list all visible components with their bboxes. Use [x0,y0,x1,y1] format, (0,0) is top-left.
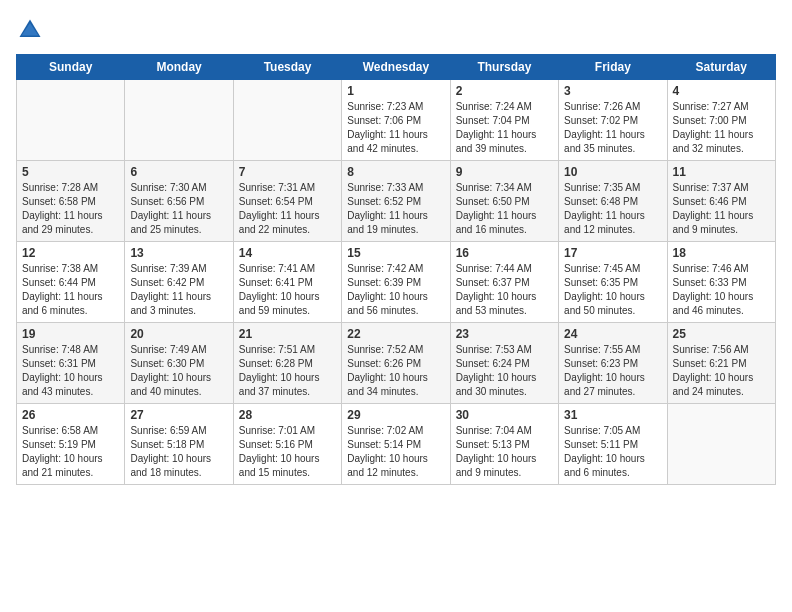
calendar-day: 7Sunrise: 7:31 AM Sunset: 6:54 PM Daylig… [233,161,341,242]
calendar-header-sunday: Sunday [17,55,125,80]
calendar-day: 9Sunrise: 7:34 AM Sunset: 6:50 PM Daylig… [450,161,558,242]
day-number: 15 [347,246,444,260]
calendar-day: 22Sunrise: 7:52 AM Sunset: 6:26 PM Dayli… [342,323,450,404]
day-number: 30 [456,408,553,422]
calendar-day: 31Sunrise: 7:05 AM Sunset: 5:11 PM Dayli… [559,404,667,485]
day-number: 24 [564,327,661,341]
day-info: Sunrise: 7:35 AM Sunset: 6:48 PM Dayligh… [564,181,661,237]
calendar-day: 6Sunrise: 7:30 AM Sunset: 6:56 PM Daylig… [125,161,233,242]
calendar-week-3: 12Sunrise: 7:38 AM Sunset: 6:44 PM Dayli… [17,242,776,323]
logo-icon [16,16,44,44]
day-number: 18 [673,246,770,260]
day-info: Sunrise: 7:27 AM Sunset: 7:00 PM Dayligh… [673,100,770,156]
calendar-day: 17Sunrise: 7:45 AM Sunset: 6:35 PM Dayli… [559,242,667,323]
calendar-day: 1Sunrise: 7:23 AM Sunset: 7:06 PM Daylig… [342,80,450,161]
calendar-day: 16Sunrise: 7:44 AM Sunset: 6:37 PM Dayli… [450,242,558,323]
day-info: Sunrise: 7:23 AM Sunset: 7:06 PM Dayligh… [347,100,444,156]
day-number: 26 [22,408,119,422]
day-number: 22 [347,327,444,341]
calendar-day: 13Sunrise: 7:39 AM Sunset: 6:42 PM Dayli… [125,242,233,323]
calendar-week-2: 5Sunrise: 7:28 AM Sunset: 6:58 PM Daylig… [17,161,776,242]
day-info: Sunrise: 7:42 AM Sunset: 6:39 PM Dayligh… [347,262,444,318]
day-number: 5 [22,165,119,179]
day-number: 23 [456,327,553,341]
calendar-day: 28Sunrise: 7:01 AM Sunset: 5:16 PM Dayli… [233,404,341,485]
day-info: Sunrise: 7:55 AM Sunset: 6:23 PM Dayligh… [564,343,661,399]
day-number: 29 [347,408,444,422]
day-info: Sunrise: 7:04 AM Sunset: 5:13 PM Dayligh… [456,424,553,480]
day-number: 2 [456,84,553,98]
calendar-day [125,80,233,161]
day-number: 6 [130,165,227,179]
day-number: 21 [239,327,336,341]
day-number: 14 [239,246,336,260]
calendar-day: 11Sunrise: 7:37 AM Sunset: 6:46 PM Dayli… [667,161,775,242]
day-info: Sunrise: 7:38 AM Sunset: 6:44 PM Dayligh… [22,262,119,318]
calendar-day: 26Sunrise: 6:58 AM Sunset: 5:19 PM Dayli… [17,404,125,485]
calendar-header-thursday: Thursday [450,55,558,80]
day-number: 4 [673,84,770,98]
day-info: Sunrise: 7:45 AM Sunset: 6:35 PM Dayligh… [564,262,661,318]
calendar-header-monday: Monday [125,55,233,80]
calendar-day: 2Sunrise: 7:24 AM Sunset: 7:04 PM Daylig… [450,80,558,161]
calendar-day: 21Sunrise: 7:51 AM Sunset: 6:28 PM Dayli… [233,323,341,404]
day-info: Sunrise: 7:39 AM Sunset: 6:42 PM Dayligh… [130,262,227,318]
day-number: 11 [673,165,770,179]
day-info: Sunrise: 7:02 AM Sunset: 5:14 PM Dayligh… [347,424,444,480]
calendar-day: 18Sunrise: 7:46 AM Sunset: 6:33 PM Dayli… [667,242,775,323]
calendar-week-1: 1Sunrise: 7:23 AM Sunset: 7:06 PM Daylig… [17,80,776,161]
calendar-day: 10Sunrise: 7:35 AM Sunset: 6:48 PM Dayli… [559,161,667,242]
day-info: Sunrise: 6:59 AM Sunset: 5:18 PM Dayligh… [130,424,227,480]
day-info: Sunrise: 7:28 AM Sunset: 6:58 PM Dayligh… [22,181,119,237]
calendar-day: 4Sunrise: 7:27 AM Sunset: 7:00 PM Daylig… [667,80,775,161]
day-number: 27 [130,408,227,422]
day-number: 17 [564,246,661,260]
day-info: Sunrise: 7:56 AM Sunset: 6:21 PM Dayligh… [673,343,770,399]
day-info: Sunrise: 7:44 AM Sunset: 6:37 PM Dayligh… [456,262,553,318]
day-info: Sunrise: 7:33 AM Sunset: 6:52 PM Dayligh… [347,181,444,237]
day-info: Sunrise: 6:58 AM Sunset: 5:19 PM Dayligh… [22,424,119,480]
calendar-day: 30Sunrise: 7:04 AM Sunset: 5:13 PM Dayli… [450,404,558,485]
page-header [16,16,776,44]
day-info: Sunrise: 7:41 AM Sunset: 6:41 PM Dayligh… [239,262,336,318]
day-number: 31 [564,408,661,422]
calendar-header-wednesday: Wednesday [342,55,450,80]
calendar-table: SundayMondayTuesdayWednesdayThursdayFrid… [16,54,776,485]
day-number: 7 [239,165,336,179]
calendar-day [667,404,775,485]
calendar-header-saturday: Saturday [667,55,775,80]
calendar-day: 25Sunrise: 7:56 AM Sunset: 6:21 PM Dayli… [667,323,775,404]
calendar-day: 12Sunrise: 7:38 AM Sunset: 6:44 PM Dayli… [17,242,125,323]
day-number: 20 [130,327,227,341]
calendar-day: 3Sunrise: 7:26 AM Sunset: 7:02 PM Daylig… [559,80,667,161]
day-number: 28 [239,408,336,422]
calendar-day: 14Sunrise: 7:41 AM Sunset: 6:41 PM Dayli… [233,242,341,323]
day-info: Sunrise: 7:37 AM Sunset: 6:46 PM Dayligh… [673,181,770,237]
day-info: Sunrise: 7:30 AM Sunset: 6:56 PM Dayligh… [130,181,227,237]
day-info: Sunrise: 7:49 AM Sunset: 6:30 PM Dayligh… [130,343,227,399]
day-info: Sunrise: 7:05 AM Sunset: 5:11 PM Dayligh… [564,424,661,480]
day-info: Sunrise: 7:46 AM Sunset: 6:33 PM Dayligh… [673,262,770,318]
day-info: Sunrise: 7:34 AM Sunset: 6:50 PM Dayligh… [456,181,553,237]
calendar-day: 23Sunrise: 7:53 AM Sunset: 6:24 PM Dayli… [450,323,558,404]
day-info: Sunrise: 7:26 AM Sunset: 7:02 PM Dayligh… [564,100,661,156]
day-number: 25 [673,327,770,341]
day-info: Sunrise: 7:52 AM Sunset: 6:26 PM Dayligh… [347,343,444,399]
calendar-day [17,80,125,161]
logo [16,16,48,44]
day-info: Sunrise: 7:51 AM Sunset: 6:28 PM Dayligh… [239,343,336,399]
calendar-header-row: SundayMondayTuesdayWednesdayThursdayFrid… [17,55,776,80]
calendar-day [233,80,341,161]
calendar-header-tuesday: Tuesday [233,55,341,80]
day-info: Sunrise: 7:31 AM Sunset: 6:54 PM Dayligh… [239,181,336,237]
calendar-day: 20Sunrise: 7:49 AM Sunset: 6:30 PM Dayli… [125,323,233,404]
day-info: Sunrise: 7:48 AM Sunset: 6:31 PM Dayligh… [22,343,119,399]
calendar-day: 5Sunrise: 7:28 AM Sunset: 6:58 PM Daylig… [17,161,125,242]
day-info: Sunrise: 7:53 AM Sunset: 6:24 PM Dayligh… [456,343,553,399]
calendar-week-5: 26Sunrise: 6:58 AM Sunset: 5:19 PM Dayli… [17,404,776,485]
day-number: 8 [347,165,444,179]
calendar-day: 15Sunrise: 7:42 AM Sunset: 6:39 PM Dayli… [342,242,450,323]
day-number: 16 [456,246,553,260]
calendar-day: 29Sunrise: 7:02 AM Sunset: 5:14 PM Dayli… [342,404,450,485]
calendar-header-friday: Friday [559,55,667,80]
